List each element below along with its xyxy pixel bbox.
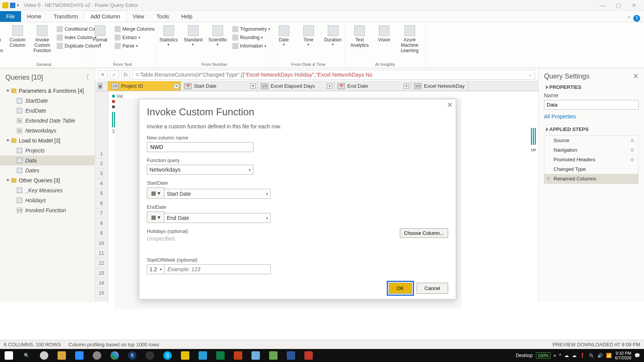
tab-tools[interactable]: Tools [150,11,175,22]
queries-collapse-icon[interactable]: 〈 [82,73,89,82]
filter-icon[interactable]: ▾ [250,84,256,89]
query-data[interactable]: Data [0,156,95,165]
taskbar-app[interactable]: 6 [123,349,141,362]
custom-column-button[interactable]: Custom Column [6,24,29,49]
tray-volume-icon[interactable]: 🔊 [597,353,603,358]
desktop-label[interactable]: Desktop [516,353,533,358]
col-end-date[interactable]: 📅End Date▾ [334,81,411,91]
maximize-button[interactable]: ▢ [611,2,626,8]
startdate-select[interactable]: Start Date▾ [164,189,271,199]
enddate-select[interactable]: End Date▾ [164,213,271,223]
tray-cloud-icon[interactable]: ☁ [572,353,577,358]
row-header-corner[interactable]: ▦ [95,81,108,91]
tab-file[interactable]: File [0,11,21,22]
close-window-button[interactable]: ✕ [626,2,642,8]
query-startdate[interactable]: StartDate [0,96,95,106]
query-key-measures[interactable]: _Key Measures [0,185,95,195]
tray-overflow-icon[interactable]: » [554,353,556,358]
delete-step-icon[interactable]: ✕ [547,176,550,181]
step-navigation[interactable]: Navigation⚙ [544,145,638,155]
col-excel-elapsed[interactable]: 1²3Excel Elapsed Days▾ [258,81,334,91]
taskbar-app-red[interactable] [300,349,317,362]
folder-other-queries[interactable]: Other Queries [3] [0,175,95,185]
minimize-button[interactable]: — [595,2,611,8]
query-enddate[interactable]: EndDate [0,106,95,116]
taskbar-notepad[interactable] [247,349,264,362]
gear-icon[interactable]: ⚙ [630,138,634,143]
taskbar-powerbi[interactable] [176,349,194,362]
save-icon[interactable] [10,3,15,8]
tab-home[interactable]: Home [21,11,48,22]
step-promoted-headers[interactable]: Promoted Headers⚙ [544,155,638,164]
merge-columns-button[interactable]: Merge Columns [113,25,156,33]
scientific-button[interactable]: Scientific▾ [206,24,229,48]
query-extended-date[interactable]: fxExtended Date Table [0,116,95,126]
invoke-custom-function-button[interactable]: Invoke Custom Function [31,24,54,55]
tab-transform[interactable]: Transform [48,11,84,22]
tray-chevron-icon[interactable]: ^ [559,353,562,358]
text-analytics-button[interactable]: Text Analytics [348,24,371,49]
dialog-close-icon[interactable]: ✕ [447,101,453,109]
taskbar-app[interactable] [141,349,159,362]
filter-icon[interactable]: ▾ [174,84,179,89]
statistics-button[interactable]: Statistics▾ [157,24,180,48]
notifications-icon[interactable]: 💬 [634,353,640,358]
startdate-type-picker[interactable]: ▦ ▾ [147,187,164,199]
choose-column-button[interactable]: Choose Column... [400,228,448,238]
taskbar-zoom[interactable] [71,349,88,362]
gear-icon[interactable]: ⚙ [630,157,634,162]
taskbar-explorer[interactable] [53,349,71,362]
taskbar-app[interactable] [88,349,106,362]
query-dates[interactable]: Dates [0,165,95,175]
tab-help[interactable]: Help [175,11,199,22]
step-changed-type[interactable]: Changed Type [544,164,638,174]
rounding-button[interactable]: Rounding▾ [231,34,272,41]
start-button[interactable] [0,349,18,362]
taskbar-chrome[interactable] [106,349,123,362]
folder-load-to-model[interactable]: Load to Model [3] [0,136,95,146]
taskbar-snagit[interactable] [194,349,212,362]
taskbar-skype[interactable]: S [159,349,176,362]
duration-button[interactable]: Duration▾ [322,24,345,48]
row-1[interactable]: 1 [95,149,108,159]
ok-button[interactable]: OK [389,283,412,294]
taskbar-clock[interactable]: 9:32 PM 6/7/2020 [615,351,631,360]
formula-expand-icon[interactable]: ⌄ [529,72,532,77]
folder-parameters[interactable]: Parameters & Functions [4] [0,86,95,96]
new-column-input[interactable] [147,142,253,152]
settings-close-icon[interactable]: ✕ [633,72,639,80]
filter-icon[interactable]: ▾ [327,84,332,89]
formula-input[interactable]: = Table.RenameColumns(#"Changed Type",{{… [132,70,535,80]
all-properties-link[interactable]: All Properties [544,113,639,120]
step-source[interactable]: Source⚙ [544,136,638,145]
search-icon[interactable]: 🔍 [18,349,35,362]
vision-button[interactable]: Vision [373,24,396,44]
extract-button[interactable]: Extract▾ [113,34,156,41]
column-from-examples-button[interactable]: Column From Examples [0,24,5,55]
tray-weather-icon[interactable]: ☁ [564,353,569,358]
startofweek-type-picker[interactable]: 1.2▾ [147,264,164,274]
query-invoked-function[interactable]: 1²3Invoked Function [0,205,95,215]
information-button[interactable]: Information▾ [231,42,272,50]
function-query-select[interactable]: Networkdays▾ [147,165,253,175]
date-button[interactable]: Date▾ [273,24,296,48]
col-project-id[interactable]: 1²3Project ID▾ [108,81,181,91]
step-renamed-columns[interactable]: ✕Renamed Columns [544,174,638,183]
tab-add-column[interactable]: Add Column [84,11,127,22]
fx-icon[interactable]: fx [121,70,130,79]
cancel-button[interactable]: Cancel [417,283,448,294]
tray-power-icon[interactable]: 🔌 [588,353,594,358]
gear-icon[interactable]: ⚙ [630,147,634,153]
query-name-input[interactable] [544,100,639,110]
taskbar-powerpoint[interactable] [229,349,247,362]
taskbar-camtasia[interactable] [264,349,282,362]
taskbar-app[interactable] [35,349,53,362]
query-projects[interactable]: Projects [0,146,95,156]
tray-shield-icon[interactable]: ❗ [580,353,585,358]
commit-formula-icon[interactable]: ✓ [110,70,119,79]
ribbon-collapse-icon[interactable]: ^ [628,15,630,21]
azure-ml-button[interactable]: Azure Machine Learning [397,24,422,55]
col-excel-nwd[interactable]: 1²3Excel NetworkDay [411,81,468,91]
taskbar-excel[interactable] [212,349,229,362]
cancel-formula-icon[interactable]: ✕ [98,70,107,79]
